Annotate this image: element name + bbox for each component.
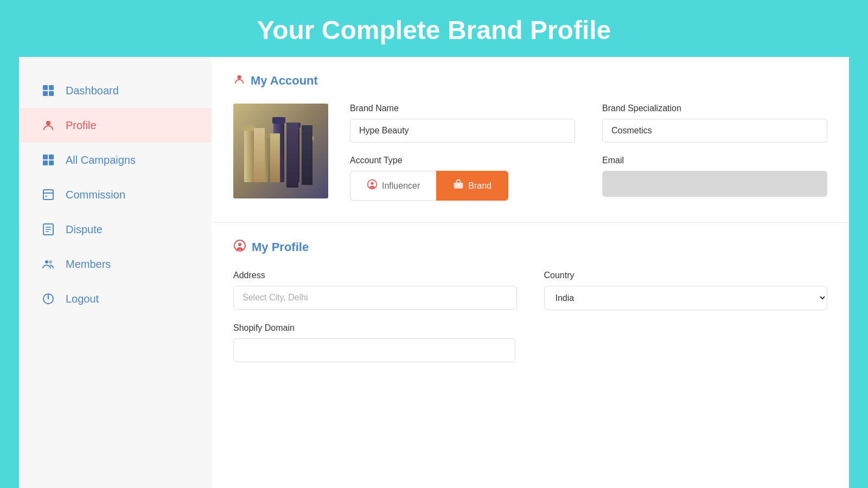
email-field bbox=[602, 171, 827, 197]
profile-section-icon bbox=[233, 239, 246, 255]
svg-rect-19 bbox=[233, 104, 328, 198]
svg-rect-2 bbox=[43, 91, 48, 96]
shopify-domain-label: Shopify Domain bbox=[233, 323, 295, 332]
shopify-domain-group: Shopify Domain bbox=[233, 323, 827, 362]
account-type-label: Account Type bbox=[350, 156, 575, 165]
my-profile-section: My Profile Address Country India USA UK … bbox=[212, 223, 849, 384]
sidebar-item-commission[interactable]: Commission bbox=[19, 177, 212, 212]
svg-rect-24 bbox=[272, 117, 285, 124]
shopify-domain-input[interactable] bbox=[233, 338, 515, 362]
svg-point-31 bbox=[371, 182, 374, 185]
influencer-btn[interactable]: Influencer bbox=[350, 171, 436, 201]
svg-rect-22 bbox=[258, 133, 269, 138]
svg-rect-20 bbox=[243, 125, 255, 131]
svg-rect-9 bbox=[43, 190, 53, 200]
country-group: Country India USA UK Canada Australia bbox=[544, 271, 828, 310]
brand-name-group: Brand Name bbox=[350, 104, 575, 143]
account-type-buttons: Influencer Brand bbox=[350, 171, 575, 201]
brand-spec-input[interactable] bbox=[602, 119, 827, 143]
svg-rect-6 bbox=[49, 155, 54, 159]
sidebar: Dashboard Profile All Campai bbox=[19, 57, 212, 488]
profile-form-grid: Address Country India USA UK Canada Aust… bbox=[233, 271, 827, 310]
sidebar-label-logout: Logout bbox=[66, 293, 99, 305]
svg-point-18 bbox=[237, 75, 241, 79]
svg-rect-28 bbox=[305, 136, 314, 140]
brand-spec-label: Brand Specialization bbox=[602, 104, 827, 113]
svg-point-16 bbox=[49, 260, 52, 264]
sidebar-label-dispute: Dispute bbox=[66, 223, 103, 236]
address-label: Address bbox=[233, 271, 517, 280]
my-profile-title: My Profile bbox=[252, 240, 309, 254]
commission-icon bbox=[41, 187, 56, 202]
email-label: Email bbox=[602, 156, 827, 165]
brand-image bbox=[233, 104, 328, 198]
account-form-grid: Brand Name Brand Specialization Account … bbox=[350, 104, 827, 201]
sidebar-item-members[interactable]: Members bbox=[19, 247, 212, 281]
country-label: Country bbox=[544, 271, 828, 280]
svg-rect-29 bbox=[306, 140, 312, 182]
brand-icon bbox=[453, 179, 464, 192]
svg-rect-8 bbox=[49, 160, 54, 165]
sidebar-item-logout[interactable]: Logout bbox=[19, 281, 212, 316]
sidebar-label-campaigns: All Campaigns bbox=[66, 154, 136, 166]
svg-rect-7 bbox=[43, 160, 48, 165]
brand-spec-group: Brand Specialization bbox=[602, 104, 827, 143]
svg-point-10 bbox=[46, 196, 47, 197]
svg-rect-23 bbox=[259, 138, 268, 182]
svg-rect-1 bbox=[49, 85, 54, 90]
my-account-section: My Account bbox=[212, 57, 849, 223]
campaigns-icon bbox=[41, 152, 56, 168]
svg-rect-3 bbox=[49, 91, 54, 96]
account-type-group: Account Type Influenc bbox=[350, 156, 575, 201]
svg-rect-0 bbox=[43, 85, 48, 90]
members-icon bbox=[41, 256, 56, 272]
svg-rect-27 bbox=[290, 128, 299, 182]
sidebar-item-dispute[interactable]: Dispute bbox=[19, 212, 212, 247]
sidebar-label-profile: Profile bbox=[66, 119, 97, 132]
svg-point-35 bbox=[238, 243, 241, 246]
my-account-title: My Account bbox=[251, 74, 318, 88]
brand-name-label: Brand Name bbox=[350, 104, 575, 113]
logout-icon bbox=[41, 291, 56, 306]
dispute-icon bbox=[41, 222, 56, 237]
svg-rect-21 bbox=[244, 131, 254, 182]
address-input[interactable] bbox=[233, 286, 517, 310]
my-profile-header: My Profile bbox=[233, 239, 827, 255]
svg-rect-25 bbox=[273, 124, 284, 182]
influencer-icon bbox=[367, 179, 378, 192]
influencer-label: Influencer bbox=[382, 181, 420, 191]
country-select[interactable]: India USA UK Canada Australia bbox=[544, 286, 828, 310]
sidebar-label-commission: Commission bbox=[66, 189, 125, 201]
brand-name-input[interactable] bbox=[350, 119, 575, 143]
svg-point-15 bbox=[45, 260, 48, 264]
email-group: Email bbox=[602, 156, 827, 201]
svg-rect-5 bbox=[43, 155, 48, 159]
main-container: Dashboard Profile All Campai bbox=[19, 57, 849, 488]
brand-btn[interactable]: Brand bbox=[436, 171, 508, 201]
svg-rect-26 bbox=[289, 123, 301, 128]
shopify-input-wrapper bbox=[233, 338, 827, 362]
account-content: Brand Name Brand Specialization Account … bbox=[233, 104, 827, 201]
sidebar-item-profile[interactable]: Profile bbox=[19, 108, 212, 143]
sidebar-item-campaigns[interactable]: All Campaigns bbox=[19, 143, 212, 177]
content-area: My Account bbox=[212, 57, 849, 488]
sidebar-label-dashboard: Dashboard bbox=[66, 85, 119, 97]
account-icon bbox=[233, 73, 245, 88]
dashboard-icon bbox=[41, 83, 56, 98]
profile-icon bbox=[41, 118, 56, 133]
sidebar-item-dashboard[interactable]: Dashboard bbox=[19, 73, 212, 108]
my-account-header: My Account bbox=[233, 73, 827, 88]
brand-label: Brand bbox=[468, 181, 492, 191]
address-group: Address bbox=[233, 271, 517, 310]
svg-point-33 bbox=[458, 184, 459, 186]
svg-point-4 bbox=[46, 121, 50, 125]
page-title: Your Complete Brand Profile bbox=[0, 0, 868, 57]
sidebar-label-members: Members bbox=[66, 258, 111, 271]
